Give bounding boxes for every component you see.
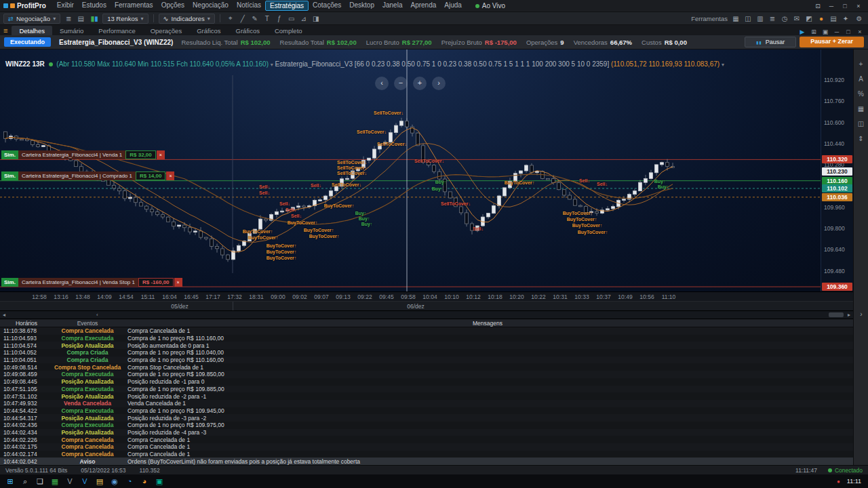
crosshair-icon[interactable]: ⌖ [225, 14, 236, 24]
log-row[interactable]: 10:44:02.434Posição AtualizadaPosição re… [0, 429, 853, 436]
clock-icon[interactable]: ◷ [779, 14, 790, 24]
tab-gráficos-5[interactable]: Gráficos [229, 26, 267, 35]
menu-estudos[interactable]: Estudos [78, 1, 111, 11]
pause-button[interactable]: ▮▮ Pausar [745, 37, 796, 47]
position-tag-1[interactable]: Sim.Carteira Estratergia_Fibonacci4 | Co… [1, 171, 174, 180]
tab-gráficos-4[interactable]: Gráficos [189, 26, 228, 35]
list-panel-icon[interactable]: ≣ [767, 14, 778, 24]
chart-style-icon[interactable]: ◫ [858, 120, 864, 127]
scrollbar-thumb[interactable] [829, 312, 844, 317]
tab-operações-3[interactable]: Operações [143, 26, 189, 35]
log-row[interactable]: 10:44:02.042AvisoOrdens (BuyToCoverLimit… [0, 458, 853, 465]
chevron-down-icon[interactable]: ▾ [271, 62, 273, 68]
nav-zoom-out-button[interactable]: − [394, 77, 408, 90]
tab-sumário-1[interactable]: Sumário [52, 26, 91, 35]
menu-janela[interactable]: Janela [378, 1, 406, 11]
negociacao-dropdown[interactable]: ⇄ Negociação ▾ [3, 14, 60, 24]
log-row[interactable]: 10:49:08.459Compra ExecutadaCompra de 1 … [0, 371, 853, 378]
star-icon[interactable]: ✦ [840, 14, 851, 24]
menu-ferramentas[interactable]: Ferramentas [111, 1, 157, 11]
jump-back-icon[interactable]: ‹ [96, 311, 98, 319]
indicadores-dropdown[interactable]: ∿ Indicadores ▾ [159, 14, 215, 24]
start-button[interactable]: ⊞ [3, 475, 18, 487]
log-row[interactable]: 11:10:04.052Compra CriadaCompra de 1 no … [0, 349, 853, 357]
log-row[interactable]: 10:44:02.174Compra CanceladaCompra Cance… [0, 451, 853, 458]
fibonacci-icon[interactable]: ƒ [274, 14, 285, 24]
menu-cotações[interactable]: Cotações [309, 1, 345, 11]
order-book-icon[interactable]: ≣ [63, 14, 74, 24]
taskbar-clock[interactable]: 11:11 [847, 478, 861, 485]
horizontal-scrollbar[interactable]: ◂ ‹ ▸ [0, 310, 853, 319]
menu-exibir[interactable]: Exibir [53, 1, 78, 11]
expand-chart-icon[interactable]: ⇕ [858, 135, 863, 142]
log-row[interactable]: 10:47:49.932Venda CanceladaVenda Cancela… [0, 400, 853, 407]
tab-performance-2[interactable]: Performance [91, 26, 142, 35]
text-size-icon[interactable]: A [859, 75, 863, 83]
scroll-left-icon[interactable]: ◂ [0, 311, 8, 319]
chart-panel-icon[interactable]: ▥ [755, 14, 766, 24]
teal-app-icon[interactable]: ▣ [152, 475, 167, 487]
percent-scale-icon[interactable]: % [858, 90, 864, 98]
firefox-icon[interactable]: ◕ [137, 475, 152, 487]
log-row[interactable]: 10:44:54.422Compra ExecutadaCompra de 1 … [0, 407, 853, 415]
close-icon[interactable]: × [852, 3, 865, 9]
log-row[interactable]: 11:10:04.051Compra CriadaCompra de 1 no … [0, 357, 853, 364]
log-row[interactable]: 11:10:04.574Posição AtualizadaPosição au… [0, 342, 853, 349]
menu-estratégias[interactable]: Estratégias [265, 1, 309, 11]
v-blue-app-icon[interactable]: V [77, 475, 92, 487]
trendline-icon[interactable]: ╱ [237, 14, 248, 24]
log-row[interactable]: 10:49:08.514Compra Stop CanceladaCompra … [0, 363, 853, 371]
pin-icon[interactable]: ▣ [821, 28, 830, 35]
nav-zoom-in-button[interactable]: + [413, 77, 427, 90]
task-view-icon[interactable]: ❏ [33, 475, 47, 487]
eraser-icon[interactable]: ◨ [311, 14, 321, 24]
log-row[interactable]: 10:44:02.175Compra CanceladaCompra Cance… [0, 443, 853, 451]
menu-ajuda[interactable]: Ajuda [440, 1, 466, 11]
close-position-icon[interactable]: × [157, 150, 165, 159]
scroll-right-icon[interactable]: › [854, 310, 868, 318]
layout-icon[interactable]: ▤ [828, 14, 839, 24]
log-row[interactable]: 10:44:54.317Posição AtualizadaPosição re… [0, 414, 853, 422]
menu-aprenda[interactable]: Aprenda [406, 1, 440, 11]
rectangle-icon[interactable]: ▭ [286, 14, 297, 24]
position-tag-2[interactable]: Sim.Carteira Estratergia_Fibonacci4 | Ve… [1, 278, 182, 287]
log-row[interactable]: 11:10:04.593Compra ExecutadaCompra de 1 … [0, 335, 853, 342]
menu-opções[interactable]: Opções [157, 1, 189, 11]
edge-icon[interactable]: ◔ [122, 475, 137, 487]
hamburger-menu-icon[interactable]: ≡ [3, 26, 7, 35]
notification-badge-icon[interactable]: ● [837, 479, 840, 485]
zoom-in-icon[interactable]: + [859, 60, 863, 68]
menu-desktop[interactable]: Desktop [345, 1, 378, 11]
ruler-icon[interactable]: ⊿ [298, 14, 309, 24]
renko-dropdown[interactable]: 13 Renkos ▾ [102, 14, 148, 24]
price-axis[interactable]: 110.920110.760110.600110.440110.280109.9… [821, 49, 853, 291]
grid-layout-icon[interactable]: ▦ [730, 14, 741, 24]
text-tool-icon[interactable]: T [262, 14, 273, 24]
executing-status-button[interactable]: Executando [4, 37, 51, 47]
menu-negociação[interactable]: Negociação [189, 1, 233, 11]
log-row[interactable]: 10:44:02.436Compra ExecutadaCompra de 1 … [0, 422, 853, 429]
panel-close-icon[interactable]: × [855, 28, 865, 35]
export-icon[interactable]: ⊞ [809, 28, 818, 35]
log-row[interactable]: 10:47:51.105Compra ExecutadaCompra de 1 … [0, 386, 853, 393]
chrome-icon[interactable]: ◉ [107, 475, 122, 487]
panel-restore-icon[interactable]: □ [844, 28, 853, 35]
search-icon[interactable]: ⌕ [18, 475, 33, 487]
candlestick-icon[interactable]: ▮▮ [89, 14, 100, 24]
close-position-icon[interactable]: × [174, 278, 182, 287]
candlestick-chart[interactable]: WINZ22 13R (Abr 110.580 Máx 110.640 Min … [0, 49, 821, 291]
time-axis[interactable]: 12:5813:1613:4814:0914:5415:1116:0416:45… [0, 291, 853, 301]
grid-toggle-icon[interactable]: ▦ [858, 105, 864, 113]
pause-zero-button[interactable]: Pausar + Zerar [800, 37, 864, 47]
settings-gear-icon[interactable]: ⚙ [854, 14, 865, 24]
log-row[interactable]: 10:47:51.102Posição AtualizadaPosição re… [0, 392, 853, 400]
log-row[interactable]: 10:49:08.445Posição AtualizadaPosição re… [0, 378, 853, 386]
v-gray-app-icon[interactable]: V [62, 475, 77, 487]
minimize-icon[interactable]: ─ [825, 3, 837, 9]
file-explorer-icon[interactable]: ▤ [92, 475, 107, 487]
tab-detalhes-0[interactable]: Detalhes [12, 26, 52, 35]
play-icon[interactable]: ▶ [797, 28, 807, 35]
mail-icon[interactable]: ✉ [791, 14, 802, 24]
basket-icon[interactable]: ◩ [804, 14, 814, 24]
monitor-icon[interactable]: ⊡ [812, 3, 824, 9]
